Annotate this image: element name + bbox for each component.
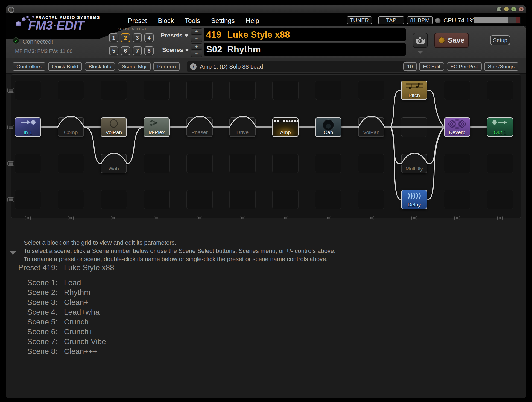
edited-block-info: i Amp 1: (D) Solo 88 Lead — [187, 61, 407, 72]
scene-list-row: Scene 3:Clean+ — [15, 297, 114, 307]
scene-name[interactable]: Rhythm — [224, 44, 261, 55]
titlebar[interactable] — [6, 5, 526, 13]
scene-select-button-6[interactable]: 6 — [121, 46, 130, 55]
edited-block-label: Amp 1: (D) Solo 88 Lead — [200, 63, 263, 70]
toolbar-button-perform[interactable]: Perform — [153, 62, 180, 71]
maximize-button[interactable]: + — [511, 7, 516, 12]
preset-decrement-button[interactable]: − — [191, 36, 202, 42]
scene-list-name[interactable]: Clean+ — [64, 298, 89, 307]
scene-list-name[interactable]: Crunch+ — [64, 327, 93, 336]
scene-increment-button[interactable]: + — [191, 43, 202, 50]
preset-overview: Preset 419: Luke Style x88 Scene 1:LeadS… — [15, 263, 114, 356]
preset-stepper: + − — [191, 28, 202, 42]
toolbar-button-fc-edit[interactable]: FC Edit — [419, 62, 444, 71]
block-label: Reverb — [445, 129, 470, 135]
scene-list-label: Scene 2: — [15, 288, 57, 297]
snapshot-dropdown-icon[interactable] — [417, 51, 423, 54]
scene-list: Scene 1:LeadScene 2:RhythmScene 3:Clean+… — [15, 278, 114, 356]
tap-button[interactable]: TAP — [378, 16, 404, 24]
toolbar-button-controllers[interactable]: Controllers — [13, 62, 45, 71]
preset-increment-button[interactable]: + — [191, 28, 202, 35]
menu-block[interactable]: Block — [158, 17, 174, 25]
scene-list-row: Scene 8:Clean+++ — [15, 347, 114, 356]
menu-settings[interactable]: Settings — [211, 17, 235, 25]
scene-select-button-5[interactable]: 5 — [109, 46, 118, 55]
bpm-display[interactable]: 81 BPM — [407, 16, 433, 24]
block-out-1[interactable]: Out 1 — [487, 117, 513, 137]
toolbar-right: 10FC EditFC Per-PrstSets/Songs — [403, 62, 518, 71]
scene-select-button-2[interactable]: 2 — [121, 33, 130, 42]
scene-list-row: Scene 2:Rhythm — [15, 288, 114, 297]
toolbar-left: ControllersQuick BuildBlock InfoScene Mg… — [13, 62, 180, 71]
toolbar-button-sets-songs[interactable]: Sets/Songs — [484, 62, 518, 71]
connection-status: Connected! — [22, 38, 53, 45]
output-arrow-icon — [487, 119, 513, 126]
scene-list-label: Scene 5: — [15, 318, 57, 326]
scenes-dropdown-label: Scenes — [162, 46, 183, 54]
tuner-button[interactable]: TUNER — [347, 16, 372, 24]
preset-name[interactable]: Luke Style x88 — [224, 29, 290, 40]
menu-help[interactable]: Help — [246, 17, 259, 25]
preset-overview-name[interactable]: Luke Style x88 — [64, 263, 114, 272]
toolbar-button-scene-mgr[interactable]: Scene Mgr — [118, 62, 151, 71]
scene-list-name[interactable]: Rhythm — [64, 288, 90, 297]
scenes-dropdown[interactable]: Scenes — [162, 46, 189, 54]
scene-select-button-4[interactable]: 4 — [144, 33, 154, 42]
block-label: Pitch — [402, 93, 427, 99]
scene-select-button-3[interactable]: 3 — [133, 33, 142, 42]
scene-list-name[interactable]: Lead+wha — [64, 308, 100, 317]
block-label: Cab — [316, 129, 341, 135]
chevron-down-icon — [185, 49, 189, 51]
toolbar-button-quick-build[interactable]: Quick Build — [48, 62, 82, 71]
scene-list-label: Scene 7: — [15, 337, 57, 346]
scene-stepper: + − — [191, 43, 202, 57]
menu-preset[interactable]: Preset — [128, 17, 147, 25]
fm3-edit-window: ❚❚ 1:1–+✕ FRACTAL AUDIO SYSTEMS FM3·EDIT… — [0, 0, 532, 402]
block-volpan[interactable]: VolPan — [101, 117, 127, 137]
toolbar-button-fc-per-prst[interactable]: FC Per-Prst — [447, 62, 482, 71]
preset-display[interactable]: 419 Luke Style x88 — [204, 28, 406, 41]
pause-icon[interactable]: ❚❚ — [8, 7, 14, 13]
scene-decrement-button[interactable]: − — [191, 51, 202, 57]
toolbar-button-block-info[interactable]: Block Info — [85, 62, 115, 71]
scene-select-button-1[interactable]: 1 — [109, 33, 118, 42]
scene-select-button-7[interactable]: 7 — [133, 46, 142, 55]
block-label: Amp — [273, 129, 298, 135]
grid-layer-over: In 1VolPanM-PlexAmpCabPitchDelayReverbOu… — [11, 74, 521, 218]
collapse-panel-icon[interactable] — [10, 251, 16, 255]
scene-list-name[interactable]: Lead — [64, 278, 81, 287]
volume-circle-icon — [101, 119, 126, 128]
block-reverb[interactable]: Reverb — [444, 117, 470, 137]
menu-tools[interactable]: Tools — [185, 17, 200, 25]
preset-overview-row: Preset 419: Luke Style x88 — [15, 263, 114, 273]
minimize-button[interactable]: – — [504, 7, 509, 12]
delay-waves-icon — [402, 192, 427, 200]
scene-list-name[interactable]: Crunch Vibe — [64, 337, 106, 346]
scene-list-name[interactable]: Clean+++ — [64, 347, 97, 356]
actual-size-button[interactable]: 1:1 — [496, 7, 502, 12]
presets-dropdown[interactable]: Presets — [161, 32, 188, 39]
block-m-plex[interactable]: M-Plex — [144, 117, 170, 137]
close-button[interactable]: ✕ — [519, 7, 524, 12]
toolbar-button-10[interactable]: 10 — [403, 62, 417, 71]
snapshot-button[interactable] — [413, 33, 428, 48]
tempo-led — [435, 18, 441, 23]
block-label: Delay — [402, 202, 427, 208]
scene-number[interactable]: S02 — [204, 44, 224, 55]
block-in-1[interactable]: In 1 — [15, 117, 41, 137]
scene-list-name[interactable]: Crunch — [64, 318, 89, 326]
preset-overview-label: Preset 419: — [15, 263, 57, 272]
block-delay[interactable]: Delay — [401, 190, 427, 209]
block-amp[interactable]: Amp — [272, 117, 299, 137]
block-pitch[interactable]: Pitch — [401, 81, 427, 100]
scene-select-button-8[interactable]: 8 — [144, 46, 154, 55]
presets-dropdown-label: Presets — [161, 32, 183, 39]
help-line: Select a block on the grid to view and e… — [24, 239, 335, 247]
setup-button[interactable]: Setup — [490, 35, 510, 45]
scene-select-buttons: 12345678 — [109, 33, 156, 56]
block-cab[interactable]: Cab — [315, 117, 341, 137]
save-button[interactable]: Save — [434, 33, 469, 48]
scene-list-row: Scene 5:Crunch — [15, 317, 114, 327]
scene-display[interactable]: S02 Rhythm — [204, 43, 406, 56]
preset-number[interactable]: 419 — [204, 29, 224, 40]
